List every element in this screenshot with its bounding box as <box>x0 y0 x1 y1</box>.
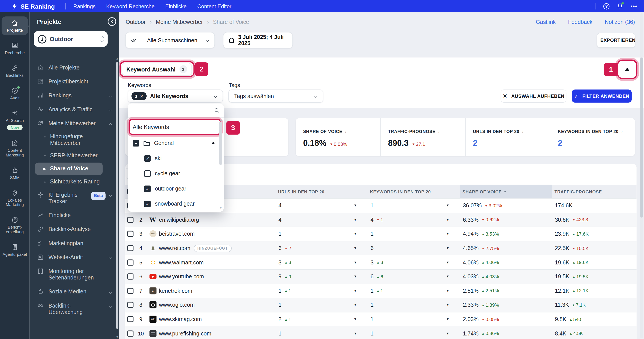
cell-dropdown-caret[interactable]: ▼ <box>354 232 357 236</box>
nav-content-editor[interactable]: Content Editor <box>197 3 231 9</box>
scroll-down-arrow[interactable]: ▼ <box>116 336 119 338</box>
tags-select[interactable]: Tags auswählen <box>228 89 323 102</box>
rail-item-recherche[interactable]: Recherche <box>2 39 28 58</box>
sidebar-scrollbar[interactable] <box>116 57 118 339</box>
cell-dropdown-caret[interactable]: ▼ <box>354 303 357 307</box>
table-row[interactable]: 7 kenetrek.com 11▼ 11▼ 2.51%2.51% 12.1K1… <box>125 284 637 298</box>
row-checkbox[interactable] <box>127 330 134 337</box>
row-checkbox[interactable] <box>127 274 134 280</box>
cell-dropdown-caret[interactable]: ▼ <box>446 232 450 236</box>
checkbox-checked[interactable] <box>144 185 151 192</box>
rail-item-backlinks[interactable]: Backlinks <box>2 61 28 80</box>
cell-dropdown-caret[interactable]: ▼ <box>354 261 357 264</box>
rail-item-berichterstellung[interactable]: Bericht-erstellung <box>2 214 28 237</box>
scroll-down-arrow[interactable]: ▼ <box>220 206 222 209</box>
sidebar-item-website-audit[interactable]: Website-Audit <box>30 251 117 264</box>
feedback-link[interactable]: Feedback <box>568 19 592 25</box>
cell-dropdown-caret[interactable]: ▼ <box>446 204 450 208</box>
cell-dropdown-caret[interactable]: ▼ <box>446 275 450 279</box>
table-row[interactable]: 2 W en.wikipedia.org 4▼ 41▼ 6.33%0.62% 3… <box>125 212 637 227</box>
checkbox-checked[interactable] <box>144 155 151 162</box>
cell-dropdown-caret[interactable]: ▼ <box>354 204 357 208</box>
sidebar-item-alle-projekte[interactable]: Alle Projekte <box>30 61 117 75</box>
sidebar-item-backlink-ueberwachung[interactable]: Backlink-Überwachung <box>30 299 117 320</box>
table-row[interactable]: 10 www.purefishing.com 1▼ 1▼ 1.74%0.86% … <box>125 326 637 339</box>
checkbox-checked[interactable] <box>144 201 151 207</box>
cell-dropdown-caret[interactable]: ▼ <box>446 317 450 321</box>
info-icon[interactable]: i <box>621 129 622 134</box>
rail-item-agenturpaket[interactable]: Agenturpaket <box>2 241 28 259</box>
sidebar-item-marketingplan[interactable]: Marketingplan <box>30 237 117 251</box>
all-keywords-option[interactable]: Alle Keywords <box>128 120 224 134</box>
search-engine-select[interactable]: Alle Suchmaschinen <box>125 32 215 48</box>
page-scrollbar[interactable] <box>640 13 643 338</box>
help-icon[interactable]: ? <box>604 3 610 9</box>
cell-dropdown-caret[interactable]: ▼ <box>354 317 357 321</box>
nav-keyword-recherche[interactable]: Keyword-Recherche <box>106 3 155 9</box>
cell-dropdown-caret[interactable]: ▼ <box>446 246 450 250</box>
keyword-item-snowboard-gear[interactable]: snowboard gear <box>128 196 224 212</box>
cell-dropdown-caret[interactable]: ▼ <box>354 332 357 335</box>
table-row[interactable]: 4 www.rei.comHINZUGEFÜGT 62▼ 6▼ 4.65%2.7… <box>125 241 637 255</box>
date-range-picker[interactable]: 3 Juli 2025; 4 Juli 2025 <box>223 32 293 48</box>
cell-dropdown-caret[interactable]: ▼ <box>446 332 450 335</box>
breadcrumb-meine-mitbewerber[interactable]: Meine Mitbewerber <box>156 19 203 25</box>
group-checkbox-indeterminate[interactable] <box>132 140 139 146</box>
apply-filter-button[interactable]: ✓ FILTER ANWENDEN <box>572 89 632 102</box>
sidebar-item-analytics-traffic[interactable]: Analytics & Traffic <box>30 103 117 117</box>
collapse-group-icon[interactable] <box>212 140 215 144</box>
nav-rankings[interactable]: Rankings <box>73 3 96 9</box>
sidebar-subitem-hinzugefuegte-mitbewerber[interactable]: Hinzugefügte Mitbewerber <box>30 131 117 149</box>
project-selector[interactable]: Outdoor <box>34 31 108 47</box>
keyword-search-input[interactable] <box>132 107 214 113</box>
notizen-link[interactable]: Notizen (36) <box>605 19 635 25</box>
cell-dropdown-caret[interactable]: ▼ <box>354 218 357 222</box>
row-checkbox[interactable] <box>127 288 134 294</box>
panel-collapse-button[interactable] <box>620 63 634 76</box>
cell-dropdown-caret[interactable]: ▼ <box>354 246 357 250</box>
sidebar-item-projektuebersicht[interactable]: Projektübersicht <box>30 75 117 89</box>
sidebar-collapse-button[interactable] <box>108 17 116 26</box>
row-checkbox[interactable] <box>127 231 134 237</box>
sidebar-item-soziale-medien[interactable]: Soziale Medien <box>30 285 117 299</box>
keyword-item-outdoor-gear[interactable]: outdoor gear <box>128 181 224 196</box>
cell-dropdown-caret[interactable]: ▼ <box>446 289 450 293</box>
export-button[interactable]: EXPORTIEREN <box>597 33 635 47</box>
row-checkbox[interactable] <box>127 302 134 308</box>
cell-dropdown-caret[interactable]: ▼ <box>354 289 357 293</box>
rail-item-smm[interactable]: SMM <box>2 164 28 183</box>
rail-item-content-marketing[interactable]: Content Marketing <box>2 137 28 160</box>
table-row[interactable]: 9 SKI www.skimag.com 21▼ 1▼ 2.03%0.05% 9… <box>125 312 637 326</box>
sidebar-item-einblicke[interactable]: Einblicke <box>30 208 117 222</box>
sidebar-item-ki-ergebnis-tracker[interactable]: KI-Ergebnis-Tracker Beta <box>30 188 117 209</box>
info-icon[interactable]: i <box>522 129 523 134</box>
cell-dropdown-caret[interactable]: ▼ <box>446 303 450 307</box>
scroll-up-arrow[interactable]: ▲ <box>220 118 222 121</box>
brand-logo[interactable]: SE Ranking <box>12 3 55 10</box>
rail-item-lokales-marketing[interactable]: Lokales Marketing <box>2 186 28 210</box>
row-checkbox[interactable] <box>127 217 134 223</box>
rail-item-ai-search[interactable]: AI Search New <box>2 107 28 133</box>
row-checkbox[interactable] <box>127 245 134 251</box>
col-header-traffic[interactable]: TRAFFIC-PROGNOSE <box>552 185 636 198</box>
row-checkbox[interactable] <box>127 316 134 323</box>
keyword-item-ski[interactable]: ski <box>128 151 224 166</box>
table-row[interactable]: 8 www.ogio.com 1▼ 1▼ 2.33%1.39% 11.3K7.1… <box>125 298 637 312</box>
keyword-group-general[interactable]: General <box>128 135 224 151</box>
clear-selection-button[interactable]: ✕ AUSWAHL AUFHEBEN <box>500 89 566 102</box>
sidebar-item-rankings[interactable]: Rankings <box>30 89 117 103</box>
sidebar-subitem-share-of-voice[interactable]: Share of Voice <box>35 163 103 175</box>
info-icon[interactable]: i <box>438 129 439 134</box>
keywords-select[interactable]: 3 ✕ Alle Keywords <box>128 89 223 102</box>
clear-count-icon[interactable]: ✕ <box>140 93 144 99</box>
sidebar-subitem-serp-mitbewerber[interactable]: SERP-Mitbewerber <box>30 149 117 162</box>
nav-einblicke[interactable]: Einblicke <box>165 3 186 9</box>
sidebar-subitem-sichtbarkeits-rating[interactable]: Sichtbarkeits-Rating <box>30 176 117 188</box>
row-checkbox[interactable] <box>127 259 134 266</box>
cell-dropdown-caret[interactable]: ▼ <box>446 218 450 222</box>
rail-item-audit[interactable]: Audit <box>2 84 28 103</box>
col-header-urls[interactable]: URLS IN DEN TOP 20 <box>276 185 368 198</box>
sidebar-item-backlink-analyse[interactable]: Backlink-Analyse <box>30 223 117 237</box>
more-menu-icon[interactable]: ••• <box>630 3 637 9</box>
table-row[interactable]: 3 BEIS beistravel.com 1▼ 1▼ 4.94%3.53% 2… <box>125 227 637 241</box>
